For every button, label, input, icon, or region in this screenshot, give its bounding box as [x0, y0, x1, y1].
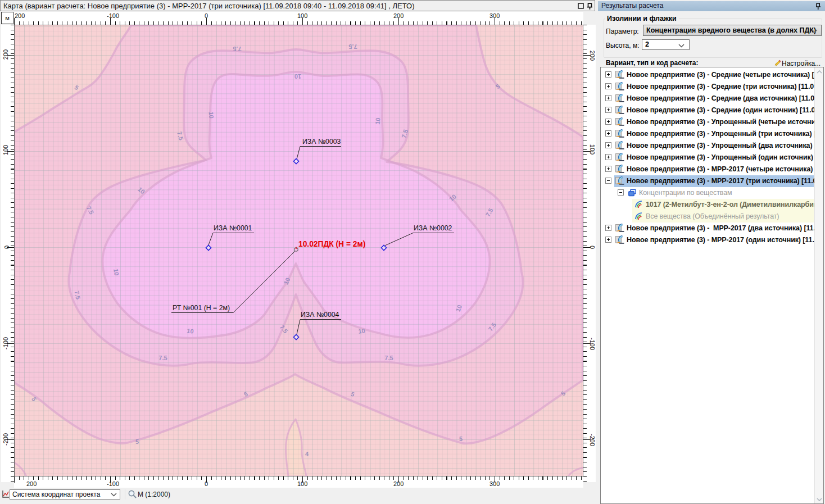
svg-text:7.5: 7.5: [158, 355, 167, 361]
svg-text:7.5: 7.5: [233, 46, 241, 52]
svg-text:ИЗА №0001: ИЗА №0001: [214, 224, 252, 232]
svg-text:7.5: 7.5: [348, 43, 357, 50]
svg-text:4: 4: [305, 451, 309, 457]
svg-text:10: 10: [207, 111, 215, 119]
svg-text:10: 10: [112, 268, 120, 276]
svg-text:РТ №001 (Н = 2м): РТ №001 (Н = 2м): [173, 304, 230, 312]
svg-text:10: 10: [187, 327, 194, 335]
svg-text:ИЗА №0003: ИЗА №0003: [302, 138, 341, 146]
svg-text:5: 5: [459, 435, 463, 442]
svg-text:ИЗА №0002: ИЗА №0002: [414, 224, 452, 232]
svg-text:ИЗА №0004: ИЗА №0004: [301, 311, 339, 319]
svg-text:7.5: 7.5: [384, 355, 393, 361]
svg-text:5: 5: [135, 438, 139, 445]
svg-text:10: 10: [374, 117, 382, 125]
svg-text:10: 10: [358, 327, 366, 335]
svg-text:10: 10: [294, 73, 301, 80]
svg-text:10.02ПДК (Н = 2м): 10.02ПДК (Н = 2м): [298, 240, 365, 248]
